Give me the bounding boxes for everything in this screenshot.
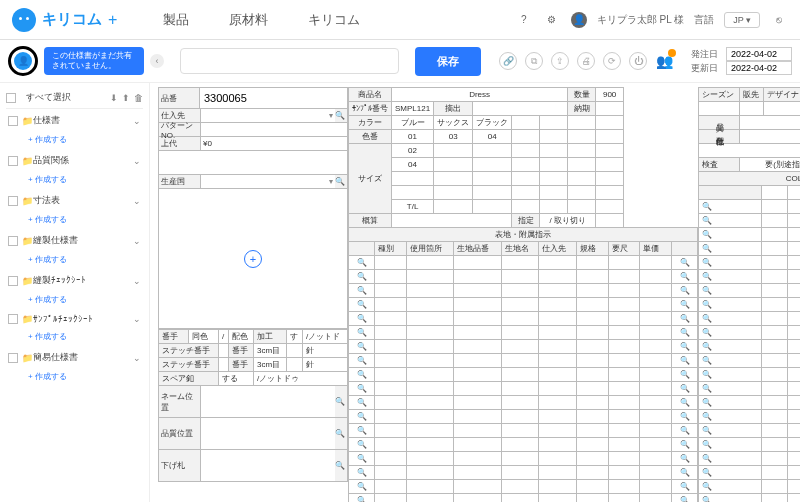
color-row[interactable]: 🔍 [699,200,801,214]
checkbox[interactable] [8,353,18,363]
order-date-input[interactable] [726,47,792,61]
supplier-search-icon[interactable]: 🔍 [335,111,347,120]
sidebar-item-0[interactable]: 📁 仕様書 ⌄ [6,109,143,132]
supplier-select[interactable]: ▾ [201,109,335,122]
magnify-icon[interactable]: 🔍 [699,228,762,242]
create-link[interactable]: + 作成する [6,252,143,269]
magnify-icon[interactable]: 🔍 [699,354,762,368]
magnify-icon[interactable]: 🔍 [349,270,375,284]
magnify-icon[interactable]: 🔍 [349,340,375,354]
magnify-icon[interactable]: 🔍 [699,200,762,214]
magnify-icon[interactable]: 🔍 [349,354,375,368]
add-image-icon[interactable]: + [244,250,262,268]
checkbox[interactable] [8,196,18,206]
user-icon[interactable]: 👤 [571,12,587,28]
magnify-icon[interactable]: 🔍 [699,242,762,256]
magnify-icon[interactable]: 🔍 [672,326,698,340]
magnify-icon[interactable]: 🔍 [672,354,698,368]
create-link[interactable]: + 作成する [6,132,143,149]
magnify-icon[interactable]: 🔍 [349,396,375,410]
chevron-down-icon[interactable]: ⌄ [133,314,141,324]
create-link[interactable]: + 作成する [6,212,143,229]
magnify-icon[interactable]: 🔍 [335,397,347,406]
magnify-icon[interactable]: 🔍 [699,424,762,438]
magnify-icon[interactable]: 🔍 [672,270,698,284]
download-icon[interactable]: ⬇ [110,93,118,103]
fabric-row[interactable]: 🔍🔍 [349,452,698,466]
magnify-icon[interactable]: 🔍 [699,270,762,284]
nav-materials[interactable]: 原材料 [229,11,268,29]
magnify-icon[interactable]: 🔍 [349,410,375,424]
color-row[interactable]: 🔍 [699,326,801,340]
magnify-icon[interactable]: 🔍 [672,382,698,396]
nav-products[interactable]: 製品 [163,11,189,29]
tag-input[interactable] [201,450,335,481]
notif-close-icon[interactable]: ‹ [150,54,164,68]
magnify-icon[interactable]: 🔍 [349,326,375,340]
checkbox[interactable] [8,314,18,324]
fabric-row[interactable]: 🔍🔍 [349,424,698,438]
magnify-icon[interactable]: 🔍 [672,494,698,503]
country-search-icon[interactable]: 🔍 [335,177,347,186]
color-row[interactable]: 🔍 [699,382,801,396]
magnify-icon[interactable]: 🔍 [672,368,698,382]
tool-history-icon[interactable]: ⟳ [603,52,621,70]
magnify-icon[interactable]: 🔍 [349,298,375,312]
price-value[interactable]: ¥0 [201,137,347,150]
magnify-icon[interactable]: 🔍 [699,256,762,270]
lang-select[interactable]: JP ▾ [724,12,760,28]
create-link[interactable]: + 作成する [6,292,143,309]
sidebar-item-6[interactable]: 📁 簡易仕様書 ⌄ [6,346,143,369]
tool-users-icon[interactable]: 👥 [655,52,673,70]
fabric-row[interactable]: 🔍🔍 [349,438,698,452]
magnify-icon[interactable]: 🔍 [699,312,762,326]
checkbox[interactable] [8,116,18,126]
color-row[interactable]: 🔍 [699,494,801,503]
magnify-icon[interactable]: 🔍 [672,466,698,480]
quality-pos-input[interactable] [201,418,335,449]
fabric-row[interactable]: 🔍🔍 [349,298,698,312]
chevron-down-icon[interactable]: ⌄ [133,196,141,206]
color-row[interactable]: 🔍 [699,424,801,438]
sidebar-item-4[interactable]: 📁 縫製ﾁｪｯｸｼｰﾄ ⌄ [6,269,143,292]
magnify-icon[interactable]: 🔍 [349,382,375,396]
sidebar-item-2[interactable]: 📁 寸法表 ⌄ [6,189,143,212]
magnify-icon[interactable]: 🔍 [672,256,698,270]
magnify-icon[interactable]: 🔍 [349,480,375,494]
color-row[interactable]: 🔍 [699,256,801,270]
magnify-icon[interactable]: 🔍 [672,424,698,438]
magnify-icon[interactable]: 🔍 [699,480,762,494]
tool-share-icon[interactable]: ⇪ [551,52,569,70]
magnify-icon[interactable]: 🔍 [349,312,375,326]
qty-value[interactable]: 900 [596,88,624,102]
tool-copy-icon[interactable]: ⧉ [525,52,543,70]
magnify-icon[interactable]: 🔍 [699,382,762,396]
fabric-row[interactable]: 🔍🔍 [349,410,698,424]
select-all-check[interactable] [6,93,16,103]
pattern-input[interactable] [201,123,347,136]
chevron-down-icon[interactable]: ⌄ [133,276,141,286]
magnify-icon[interactable]: 🔍 [349,256,375,270]
logo[interactable]: キリコム+ [12,8,117,32]
help-icon[interactable]: ? [515,11,533,29]
update-date-input[interactable] [726,61,792,75]
magnify-icon[interactable]: 🔍 [349,424,375,438]
name-pos-input[interactable] [201,386,335,417]
magnify-icon[interactable]: 🔍 [672,396,698,410]
fabric-row[interactable]: 🔍🔍 [349,312,698,326]
magnify-icon[interactable]: 🔍 [699,438,762,452]
magnify-icon[interactable]: 🔍 [672,480,698,494]
upload-icon[interactable]: ⬆ [122,93,130,103]
color-row[interactable]: 🔍 [699,396,801,410]
color-row[interactable]: 🔍 [699,270,801,284]
fabric-row[interactable]: 🔍🔍 [349,284,698,298]
checkbox[interactable] [8,236,18,246]
search-input[interactable] [180,48,399,74]
color-row[interactable]: 🔍 [699,452,801,466]
color-row[interactable]: 🔍 [699,214,801,228]
color-row[interactable]: 🔍 [699,466,801,480]
color-row[interactable]: 🔍 [699,340,801,354]
magnify-icon[interactable]: 🔍 [699,452,762,466]
magnify-icon[interactable]: 🔍 [672,452,698,466]
magnify-icon[interactable]: 🔍 [349,368,375,382]
